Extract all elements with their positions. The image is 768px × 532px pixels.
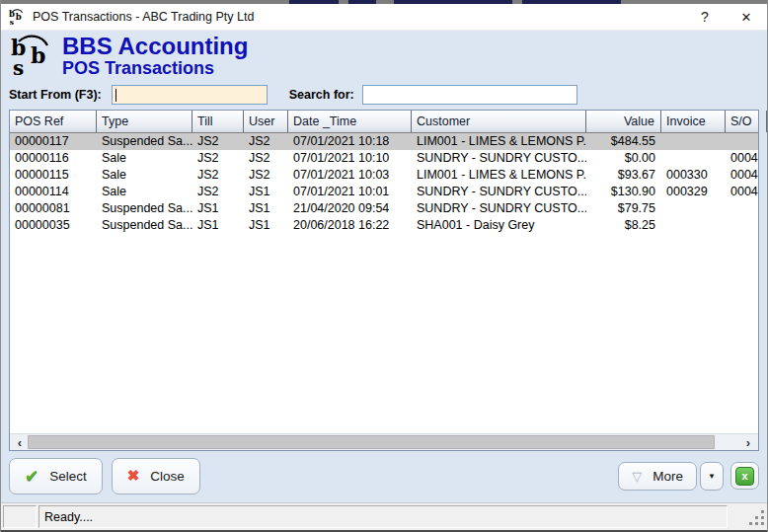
- brand-header: b b s BBS Accounting POS Transactions: [9, 34, 759, 81]
- window-title: POS Transactions - ABC Trading Pty Ltd: [33, 10, 684, 24]
- column-header-till[interactable]: Till: [192, 111, 244, 132]
- column-header-so[interactable]: S/O: [726, 111, 767, 132]
- screen-title: POS Transactions: [62, 58, 248, 78]
- column-header-invoice[interactable]: Invoice: [661, 111, 726, 132]
- search-for-label: Search for:: [289, 88, 354, 102]
- pos-transactions-window: b b s POS Transactions - ABC Trading Pty…: [0, 0, 768, 532]
- bbs-logo-icon: b b s: [9, 34, 54, 79]
- close-button[interactable]: ✖ Close: [112, 458, 200, 494]
- status-bar: Ready....: [1, 502, 767, 532]
- table-row[interactable]: 00000116 Sale JS2 JS2 07/01/2021 10:10 S…: [10, 150, 758, 167]
- triangle-down-icon: ▽: [632, 469, 642, 484]
- search-controls: Start From (F3): Search for:: [9, 83, 759, 107]
- more-dropdown-button[interactable]: ▼: [700, 462, 724, 491]
- scroll-right-arrow-icon[interactable]: ›: [740, 434, 756, 450]
- svg-text:s: s: [10, 18, 14, 26]
- column-header-customer[interactable]: Customer: [412, 111, 586, 132]
- table-row[interactable]: 00000117 Suspended Sa... JS2 JS2 07/01/2…: [10, 133, 758, 150]
- help-button[interactable]: ?: [684, 4, 726, 30]
- button-row: ✔ Select ✖ Close ▽ More ▼ x: [9, 457, 759, 494]
- table-row[interactable]: 00000115 Sale JS2 JS2 07/01/2021 10:03 L…: [10, 167, 758, 184]
- more-button-label: More: [653, 469, 683, 484]
- select-button-label: Select: [49, 469, 87, 484]
- select-button[interactable]: ✔ Select: [9, 458, 103, 494]
- background-text-fragment: [522, 0, 621, 4]
- svg-text:b: b: [31, 42, 45, 68]
- scroll-left-arrow-icon[interactable]: ‹: [12, 434, 28, 450]
- search-input[interactable]: [362, 85, 577, 105]
- export-excel-button[interactable]: x: [730, 462, 759, 490]
- background-text-fragment: [348, 0, 376, 4]
- excel-icon: x: [735, 467, 754, 486]
- check-icon: ✔: [25, 466, 38, 487]
- app-title: BBS Accounting: [62, 34, 248, 58]
- svg-text:b: b: [16, 12, 22, 22]
- svg-text:s: s: [13, 56, 24, 79]
- table-row[interactable]: 00000081 Suspended Sa... JS1 JS1 21/04/2…: [10, 200, 758, 217]
- column-header-type[interactable]: Type: [97, 111, 192, 132]
- background-window-edge: [1, 0, 767, 4]
- horizontal-scrollbar[interactable]: ‹ ›: [10, 433, 758, 450]
- close-button-label: Close: [150, 469, 185, 484]
- column-header-user[interactable]: User: [244, 111, 288, 132]
- grid-body: 00000117 Suspended Sa... JS2 JS2 07/01/2…: [10, 133, 758, 433]
- title-bar[interactable]: b b s POS Transactions - ABC Trading Pty…: [1, 4, 767, 31]
- app-icon: b b s: [9, 8, 26, 26]
- transactions-grid: POS Ref Type Till User Date _Time Custom…: [9, 110, 759, 451]
- status-message: Ready....: [38, 505, 728, 528]
- start-from-label: Start From (F3):: [9, 88, 102, 102]
- scrollbar-thumb[interactable]: [28, 435, 715, 449]
- column-header-date-time[interactable]: Date _Time: [288, 111, 412, 132]
- background-text-fragment: [289, 0, 339, 4]
- window-close-button[interactable]: ✕: [726, 4, 767, 30]
- table-row[interactable]: 00000035 Suspended Sa... JS1 JS1 20/06/2…: [10, 217, 758, 234]
- status-panel-left: [3, 505, 37, 528]
- red-x-icon: ✖: [127, 467, 140, 485]
- column-header-pos-ref[interactable]: POS Ref: [10, 111, 97, 132]
- grid-header-row: POS Ref Type Till User Date _Time Custom…: [10, 111, 758, 133]
- table-row[interactable]: 00000114 Sale JS2 JS1 07/01/2021 10:01 S…: [10, 184, 758, 200]
- column-header-value[interactable]: Value: [586, 111, 661, 132]
- text-caret: [115, 89, 116, 102]
- resize-grip[interactable]: [748, 510, 764, 526]
- start-from-input[interactable]: [112, 85, 268, 105]
- chevron-down-icon: ▼: [708, 472, 716, 481]
- background-text-fragment: [394, 0, 512, 4]
- dialog-body: b b s BBS Accounting POS Transactions St…: [1, 31, 767, 504]
- more-button[interactable]: ▽ More: [618, 462, 697, 491]
